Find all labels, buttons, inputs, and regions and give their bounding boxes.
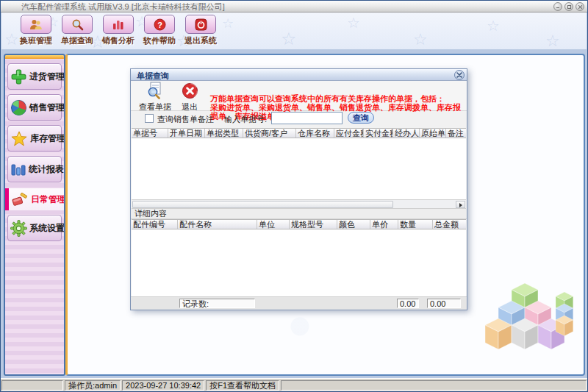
main-table-body[interactable] xyxy=(132,138,466,200)
bars-icon xyxy=(10,162,26,177)
star-decoration: ☆ xyxy=(545,32,560,49)
detail-table-body[interactable] xyxy=(132,229,466,299)
sidebar-item-label: 日常管理 xyxy=(31,193,65,206)
search-icon xyxy=(71,18,84,31)
toolbar-button-sales-analysis[interactable]: 销售分析 xyxy=(100,15,137,46)
sales-note-checkbox[interactable] xyxy=(145,114,154,123)
pie-chart-icon xyxy=(10,99,27,116)
amount-total-1: 0.00 xyxy=(397,299,419,308)
title-bar[interactable]: 汽车配件管理系统 试用版V3.9 [北京卡瑞特科技有限公司] xyxy=(1,1,587,13)
shift-users-icon xyxy=(29,19,43,30)
main-table-column-header[interactable]: 实付金额 xyxy=(364,129,393,138)
toolbar-button-help[interactable]: ? 软件帮助 xyxy=(141,15,178,46)
sidebar-top-strip xyxy=(5,55,64,59)
dialog-toolbar: 查看单据 退出 万能单据查询可以查询系统中的所有有关库存操作的单据，包括： 采购… xyxy=(131,81,467,111)
sidebar-item-label: 进货管理 xyxy=(29,71,65,83)
record-count-box: 记录数: xyxy=(179,299,255,308)
main-table: 单据号开单日期单据类型供货商/客户仓库名称应付金额实付金额经办人原始单号备注 xyxy=(132,128,466,200)
sidebar-nav: 进货管理 销售管理 库存管理 统计报表 日常管理 xyxy=(4,54,65,376)
main-table-header: 单据号开单日期单据类型供货商/客户仓库名称应付金额实付金额经办人原始单号备注 xyxy=(132,128,466,138)
doc-query-dialog: 单据查询 查看单据 退出 万能单据查询可以查询系统中的所有有关库存操作的单据，包… xyxy=(130,68,467,310)
detail-table: 配件编号配件名称单位规格型号颜色单价数量总金额 xyxy=(132,219,466,299)
maximize-button[interactable] xyxy=(564,2,573,11)
main-table-column-header[interactable]: 开单日期 xyxy=(168,129,205,138)
toolbar-button-exit-system[interactable]: 退出系统 xyxy=(182,15,219,46)
status-bar: 操作员:admin 2023-09-27 10:39:42 按F1查看帮助文档 xyxy=(1,378,587,391)
detail-table-column-header[interactable]: 单位 xyxy=(257,220,290,229)
toolbar-button-shift[interactable]: 换班管理 xyxy=(18,15,54,46)
bar-chart-icon xyxy=(112,19,124,30)
app-window: 汽车配件管理系统 试用版V3.9 [北京卡瑞特科技有限公司] ☆ ☆ ☆ ☆ ☆… xyxy=(0,0,588,392)
main-toolbar: ☆ ☆ ☆ ☆ ☆ ☆ ☆ ☆ ☆ ☆ ☆ 换班管理 单据查询 销售分析 xyxy=(1,13,587,49)
svg-text:?: ? xyxy=(157,20,162,29)
sidebar-item-label: 库存管理 xyxy=(30,132,65,145)
exit-icon xyxy=(182,82,198,102)
window-title: 汽车配件管理系统 试用版V3.9 [北京卡瑞特科技有限公司] xyxy=(21,1,225,13)
dialog-title-bar[interactable]: 单据查询 xyxy=(131,69,467,81)
detail-table-column-header[interactable]: 单价 xyxy=(370,220,398,229)
toolbar-button-label: 单据查询 xyxy=(59,35,96,46)
star-decoration: ☆ xyxy=(4,30,19,49)
main-table-column-header[interactable]: 原始单号 xyxy=(420,129,446,138)
detail-table-column-header[interactable]: 规格型号 xyxy=(290,220,337,229)
sales-note-checkbox-label: 查询销售单备注 xyxy=(157,114,214,125)
dialog-close-button[interactable] xyxy=(454,70,465,80)
horizontal-scrollbar[interactable] xyxy=(132,200,466,209)
detail-table-column-header[interactable]: 数量 xyxy=(398,220,433,229)
minimize-button[interactable] xyxy=(553,2,562,11)
close-button[interactable] xyxy=(576,2,584,11)
sidebar-item-label: 销售管理 xyxy=(29,101,65,114)
detail-section-label: 详细内容 xyxy=(131,209,467,219)
dialog-exit-button[interactable]: 退出 xyxy=(175,83,204,113)
status-help: 按F1查看帮助文档 xyxy=(206,380,279,391)
doc-number-input[interactable] xyxy=(271,112,343,124)
scrollbar-right-arrow[interactable] xyxy=(456,201,465,208)
sidebar-item-settings[interactable]: 系统设置 xyxy=(7,215,62,241)
star-icon xyxy=(10,130,28,147)
main-table-column-header[interactable]: 应付金额 xyxy=(334,129,364,138)
toolbar-button-label: 换班管理 xyxy=(18,35,54,46)
window-controls xyxy=(553,2,584,11)
dialog-footer: 记录数: 0.00 0.00 xyxy=(131,296,467,310)
star-decoration: ☆ xyxy=(281,29,297,49)
detail-table-header: 配件编号配件名称单位规格型号颜色单价数量总金额 xyxy=(132,219,466,229)
detail-table-column-header[interactable]: 配件编号 xyxy=(132,220,178,229)
gear-icon xyxy=(10,220,27,237)
scrollbar-thumb[interactable] xyxy=(132,201,393,208)
main-table-column-header[interactable]: 单据类型 xyxy=(205,129,243,138)
main-table-column-header[interactable]: 备注 xyxy=(446,129,466,138)
view-doc-button[interactable]: 查看单据 xyxy=(135,83,175,113)
power-icon xyxy=(195,18,207,31)
brush-icon xyxy=(11,192,29,207)
star-decoration: ☆ xyxy=(487,17,500,35)
status-cell-filler xyxy=(281,380,587,391)
sidebar-item-reports[interactable]: 统计报表 xyxy=(7,156,62,182)
sidebar-item-purchase[interactable]: 进货管理 xyxy=(7,63,62,90)
detail-table-column-header[interactable]: 总金额 xyxy=(433,220,466,229)
view-doc-icon xyxy=(146,82,165,102)
close-icon xyxy=(456,72,462,78)
doc-number-label: 输入单据号: xyxy=(224,114,267,125)
detail-table-column-header[interactable]: 颜色 xyxy=(337,220,370,229)
toolbar-button-label: 软件帮助 xyxy=(141,35,178,46)
detail-table-column-header[interactable]: 配件名称 xyxy=(178,220,257,229)
star-decoration: ☆ xyxy=(222,15,234,31)
toolbar-button-label: 退出系统 xyxy=(182,35,219,46)
sidebar-item-sales[interactable]: 销售管理 xyxy=(7,94,62,121)
query-button[interactable]: 查询 xyxy=(348,112,374,124)
main-table-column-header[interactable]: 供货商/客户 xyxy=(243,129,296,138)
sidebar-item-inventory[interactable]: 库存管理 xyxy=(7,125,62,152)
toolbar-button-doc-query[interactable]: 单据查询 xyxy=(59,15,96,46)
amount-total-2: 0.00 xyxy=(427,299,461,308)
sidebar-item-label: 统计报表 xyxy=(29,163,64,176)
sidebar-item-label: 系统设置 xyxy=(29,222,65,235)
main-table-column-header[interactable]: 单据号 xyxy=(132,129,168,138)
status-cell-empty xyxy=(1,380,63,391)
main-table-column-header[interactable]: 仓库名称 xyxy=(296,129,334,138)
star-decoration: ☆ xyxy=(413,30,428,49)
sidebar-item-daily[interactable]: 日常管理 xyxy=(5,188,64,210)
main-table-column-header[interactable]: 经办人 xyxy=(393,129,420,138)
cubes-decoration xyxy=(482,282,579,371)
plus-icon xyxy=(10,68,27,85)
filter-row: 查询销售单备注 输入单据号: 查询 xyxy=(131,111,467,128)
